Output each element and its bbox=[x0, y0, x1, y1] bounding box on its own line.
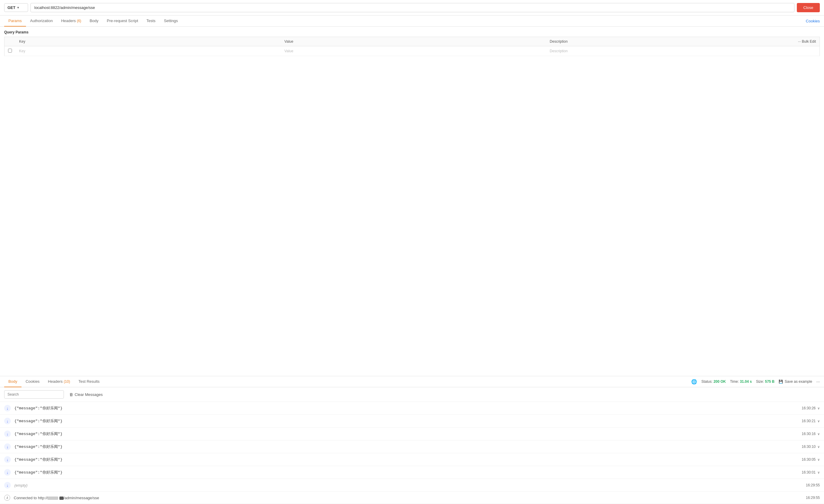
down-arrow-icon: ↓ bbox=[4, 469, 11, 476]
save-icon: 💾 bbox=[779, 380, 783, 384]
clear-messages-button[interactable]: 🗑 Clear Messages bbox=[67, 391, 105, 398]
chevron-down-icon: ▼ bbox=[17, 6, 20, 9]
down-arrow-icon: ↓ bbox=[4, 430, 11, 437]
down-arrow-icon: ↓ bbox=[4, 482, 11, 489]
expand-icon: ∨ bbox=[817, 432, 820, 436]
list-item[interactable]: i Connected to http://█████ ██/admin/mes… bbox=[0, 492, 824, 504]
time-label: Time: 31.04 s bbox=[730, 380, 752, 384]
tab-tests[interactable]: Tests bbox=[142, 15, 160, 26]
app-layout: GET ▼ Close Params Authorization Headers… bbox=[0, 0, 824, 504]
message-time: 16:30:05 ∨ bbox=[802, 458, 820, 462]
desc-cell[interactable]: Description bbox=[546, 46, 820, 56]
search-input[interactable] bbox=[4, 390, 64, 399]
table-row: Key Value Description bbox=[4, 46, 820, 56]
list-item[interactable]: ↓ (empty) 16:29:55 bbox=[0, 479, 824, 492]
tab-settings[interactable]: Settings bbox=[160, 15, 182, 26]
resp-tab-headers[interactable]: Headers (10) bbox=[44, 376, 74, 387]
expand-icon: ∨ bbox=[817, 445, 820, 449]
message-content: {"message":"你好乐闻"} bbox=[14, 444, 798, 449]
col-key-header: Key bbox=[15, 37, 281, 46]
list-item[interactable]: ↓ {"message":"你好乐闻"} 16:30:05 ∨ bbox=[0, 453, 824, 466]
list-item[interactable]: ↓ {"message":"你好乐闻"} 16:30:16 ∨ bbox=[0, 427, 824, 440]
message-content: {"message":"你好乐闻"} bbox=[14, 431, 798, 436]
response-meta: 🌐 Status: 200 OK Time: 31.04 s Size: 575… bbox=[691, 379, 820, 385]
resp-tab-testresults[interactable]: Test Results bbox=[74, 376, 104, 387]
size-label: Size: 575 B bbox=[756, 380, 775, 384]
message-time: 16:30:01 ∨ bbox=[802, 470, 820, 475]
request-spacer bbox=[0, 60, 824, 376]
down-arrow-icon: ↓ bbox=[4, 405, 11, 411]
response-tabs: Body Cookies Headers (10) Test Results 🌐… bbox=[0, 376, 824, 387]
expand-icon: ∨ bbox=[817, 458, 820, 462]
message-list: ↓ {"message":"你好乐闻"} 16:30:26 ∨ ↓ {"mess… bbox=[0, 402, 824, 504]
url-bar: GET ▼ Close bbox=[0, 0, 824, 15]
query-params-section: Query Params Key Value Description ··· bbox=[0, 26, 824, 60]
message-time: 16:30:21 ∨ bbox=[802, 419, 820, 423]
tab-body[interactable]: Body bbox=[85, 15, 103, 26]
time-value: 31.04 s bbox=[740, 380, 752, 384]
status-label: Status: 200 OK bbox=[701, 380, 726, 384]
trash-icon: 🗑 bbox=[69, 392, 73, 397]
tab-headers[interactable]: Headers (6) bbox=[57, 15, 85, 26]
expand-icon: ∨ bbox=[817, 471, 820, 475]
tab-authorization[interactable]: Authorization bbox=[26, 15, 57, 26]
info-icon: i bbox=[4, 495, 10, 501]
tab-prerequest[interactable]: Pre-request Script bbox=[103, 15, 142, 26]
row-checkbox[interactable] bbox=[8, 49, 12, 53]
query-params-title: Query Params bbox=[4, 30, 820, 34]
list-item[interactable]: ↓ {"message":"你好乐闻"} 16:30:10 ∨ bbox=[0, 440, 824, 453]
message-content-connected: Connected to http://█████ ██/admin/messa… bbox=[14, 496, 802, 500]
down-arrow-icon: ↓ bbox=[4, 418, 11, 424]
resp-tab-body[interactable]: Body bbox=[4, 376, 21, 387]
params-table: Key Value Description ··· Bulk Edit bbox=[4, 37, 820, 56]
more-options-button[interactable]: ··· bbox=[816, 379, 820, 384]
bulk-edit-button[interactable]: ··· Bulk Edit bbox=[798, 39, 816, 43]
tab-params[interactable]: Params bbox=[4, 15, 26, 26]
message-content: {"message":"你好乐闻"} bbox=[14, 405, 798, 411]
value-cell[interactable]: Value bbox=[281, 46, 546, 56]
method-selector[interactable]: GET ▼ bbox=[4, 3, 28, 12]
close-button[interactable]: Close bbox=[797, 3, 820, 12]
resp-tab-cookies[interactable]: Cookies bbox=[21, 376, 44, 387]
message-content: {"message":"你好乐闻"} bbox=[14, 457, 798, 462]
message-time: 16:30:10 ∨ bbox=[802, 444, 820, 449]
message-time: 16:30:26 ∨ bbox=[802, 406, 820, 410]
method-label: GET bbox=[7, 5, 15, 10]
response-section: Body Cookies Headers (10) Test Results 🌐… bbox=[0, 376, 824, 504]
list-item[interactable]: ↓ {"message":"你好乐闻"} 16:30:01 ∨ bbox=[0, 466, 824, 479]
down-arrow-icon: ↓ bbox=[4, 456, 11, 463]
down-arrow-icon: ↓ bbox=[4, 443, 11, 450]
list-item[interactable]: ↓ {"message":"你好乐闻"} 16:30:21 ∨ bbox=[0, 415, 824, 427]
expand-icon: ∨ bbox=[817, 406, 820, 410]
cookies-link[interactable]: Cookies bbox=[806, 19, 820, 23]
key-cell[interactable]: Key bbox=[15, 46, 281, 56]
globe-icon: 🌐 bbox=[691, 379, 697, 385]
save-example-button[interactable]: 💾 Save as example bbox=[779, 380, 812, 384]
size-value: 575 B bbox=[765, 380, 775, 384]
col-checkbox-header bbox=[4, 37, 16, 46]
request-tabs: Params Authorization Headers (6) Body Pr… bbox=[0, 15, 824, 26]
message-time: 16:29:55 bbox=[806, 483, 820, 487]
expand-icon: ∨ bbox=[817, 419, 820, 423]
url-input[interactable] bbox=[30, 3, 795, 12]
response-toolbar: 🗑 Clear Messages bbox=[0, 387, 824, 402]
status-value: 200 OK bbox=[714, 380, 726, 384]
col-value-header: Value bbox=[281, 37, 546, 46]
message-time: 16:30:16 ∨ bbox=[802, 432, 820, 436]
message-content-empty: (empty) bbox=[14, 483, 802, 488]
message-content: {"message":"你好乐闻"} bbox=[14, 418, 798, 424]
message-time: 16:29:55 bbox=[806, 496, 820, 500]
message-content: {"message":"你好乐闻"} bbox=[14, 470, 798, 475]
list-item[interactable]: ↓ {"message":"你好乐闻"} 16:30:26 ∨ bbox=[0, 402, 824, 415]
col-desc-header: Description ··· Bulk Edit bbox=[546, 37, 820, 46]
